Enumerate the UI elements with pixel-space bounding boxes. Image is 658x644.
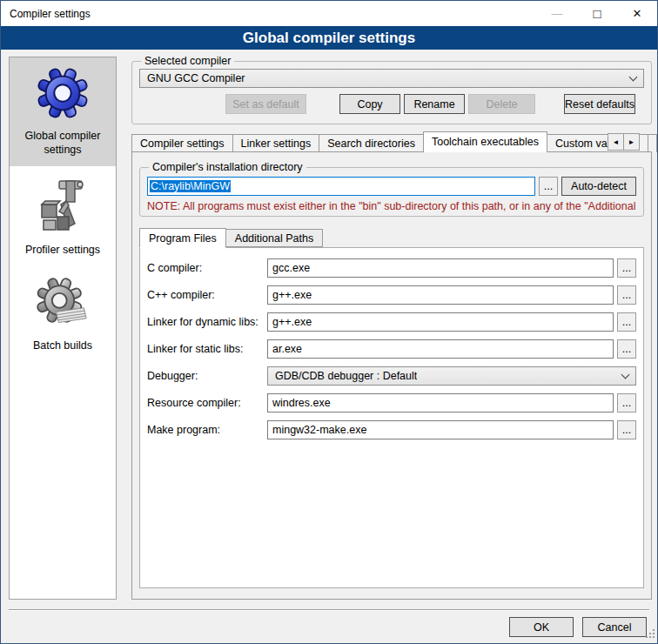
browse-directory-button[interactable]: ... [539,177,558,196]
footer-divider [9,609,649,611]
browse-button[interactable]: ... [617,285,636,305]
debugger-select[interactable]: GDB/CDB debugger : Default [267,366,636,386]
gray-gear-stack-icon [35,278,91,332]
auto-detect-button[interactable]: Auto-detect [561,177,636,196]
chevron-down-icon [621,370,630,379]
selected-compiler-group: Selected compiler GNU GCC Compiler Set a… [131,55,652,124]
rename-button[interactable]: Rename [404,94,465,114]
dialog-buttons: OK Cancel [509,617,647,637]
ok-button[interactable]: OK [509,617,574,637]
maximize-icon[interactable]: □ [577,1,617,26]
field-row-linker-static: Linker for static libs: ... [147,339,636,359]
field-label: C++ compiler: [147,289,267,301]
program-files-tabstrip: Program Files Additional Paths [139,227,644,247]
browse-button[interactable]: ... [617,258,636,278]
field-row-resource-compiler: Resource compiler: ... [147,393,636,413]
installation-directory-input[interactable]: C:\raylib\MinGW [147,177,535,196]
copy-button[interactable]: Copy [339,94,400,114]
installation-directory-row: C:\raylib\MinGW ... Auto-detect [147,177,636,196]
field-row-c-compiler: C compiler: ... [147,258,636,278]
c-compiler-input[interactable] [267,258,614,278]
blue-gear-icon [34,66,91,123]
field-row-linker-dynamic: Linker for dynamic libs: ... [147,312,636,332]
browse-button[interactable]: ... [617,312,636,332]
sidebar-item-profiler-settings[interactable]: Profiler settings [10,170,116,265]
cpp-compiler-input[interactable] [267,285,614,305]
field-label: Make program: [147,424,267,436]
note-text: NOTE: All programs must exist either in … [147,200,636,212]
field-row-cpp-compiler: C++ compiler: ... [147,285,636,305]
window-title: Compiler settings [1,8,91,20]
field-label: Linker for dynamic libs: [147,316,267,328]
main-content: Selected compiler GNU GCC Compiler Set a… [131,50,652,600]
reset-defaults-button[interactable]: Reset defaults [564,94,635,114]
resize-grip[interactable] [646,629,655,641]
debugger-select-value: GDB/CDB debugger : Default [275,370,417,382]
selected-compiler-legend: Selected compiler [141,55,234,67]
browse-button[interactable]: ... [617,420,636,439]
tab-additional-paths[interactable]: Additional Paths [225,229,323,247]
tab-search-directories[interactable]: Search directories [319,134,424,152]
title-bar: Compiler settings — □ ✕ [1,1,657,26]
selected-path-text: C:\raylib\MinGW [150,180,231,192]
chevron-down-icon [629,72,638,81]
resource-compiler-input[interactable] [267,393,614,413]
tab-toolchain-executables[interactable]: Toolchain executables [423,131,547,152]
tab-program-files[interactable]: Program Files [139,228,226,248]
window-controls: — □ ✕ [537,1,657,26]
field-row-make-program: Make program: ... [147,420,636,439]
page-title: Global compiler settings [1,26,657,50]
installation-directory-group: Compiler's installation directory C:\ray… [139,161,644,217]
field-row-debugger: Debugger: GDB/CDB debugger : Default [147,366,636,386]
minimize-icon: — [537,1,577,26]
browse-button[interactable]: ... [617,339,636,359]
set-as-default-button: Set as default [225,94,306,114]
compiler-buttons-row: Set as default Copy Rename Delete Reset … [139,94,644,114]
make-program-input[interactable] [267,420,614,439]
compiler-settings-dialog: Compiler settings — □ ✕ Global compiler … [0,0,658,644]
browse-button[interactable]: ... [617,393,636,413]
tab-linker-settings[interactable]: Linker settings [232,134,320,152]
tab-scroll-right-icon[interactable]: ► [623,133,640,151]
field-label: Debugger: [147,370,267,382]
field-label: Resource compiler: [147,397,267,409]
linker-dynamic-input[interactable] [267,312,614,332]
sidebar-item-label: Batch builds [33,339,92,352]
tab-compiler-settings[interactable]: Compiler settings [131,134,233,152]
sidebar-item-label: Global compiler settings [13,129,112,158]
field-label: C compiler: [147,262,267,274]
toolchain-executables-panel: Compiler's installation directory C:\ray… [131,151,652,600]
compiler-select[interactable]: GNU GCC Compiler [139,69,644,88]
tab-scroll-left-icon[interactable]: ◄ [608,133,624,151]
program-files-panel: C compiler: ... C++ compiler: ... Linker… [139,247,644,588]
settings-tabstrip: Compiler settings Linker settings Search… [131,131,652,152]
compiler-select-value: GNU GCC Compiler [147,72,245,84]
settings-sidebar: Global compiler settings [9,57,117,600]
sidebar-item-batch-builds[interactable]: Batch builds [10,269,116,361]
sidebar-item-label: Profiler settings [25,243,100,257]
field-label: Linker for static libs: [147,343,267,355]
caliper-icon [35,178,91,237]
close-icon[interactable]: ✕ [617,1,657,26]
delete-button: Delete [468,94,535,114]
linker-static-input[interactable] [267,339,614,359]
tab-build-options[interactable]: Build options [648,134,657,152]
installation-directory-legend: Compiler's installation directory [149,161,306,173]
tab-scroll-arrows: ◄ ► [608,133,640,151]
sidebar-item-global-compiler-settings[interactable]: Global compiler settings [10,57,116,166]
cancel-button[interactable]: Cancel [582,617,647,637]
